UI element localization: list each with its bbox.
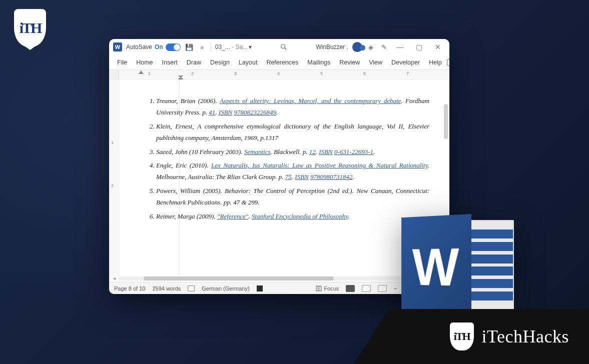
first-line-indent-icon[interactable] — [139, 70, 144, 74]
toggle-switch-icon[interactable] — [166, 44, 181, 51]
read-mode-icon[interactable] — [346, 285, 355, 292]
ruler-num: 4 — [277, 71, 280, 76]
tab-review[interactable]: Review — [335, 56, 364, 69]
tab-home[interactable]: Home — [132, 56, 157, 69]
close-button[interactable]: ✕ — [430, 40, 445, 54]
svg-point-0 — [281, 44, 285, 48]
word-product-logo: W — [394, 214, 514, 319]
save-icon[interactable]: 💾 — [185, 42, 194, 52]
overflow-icon[interactable]: » — [198, 42, 207, 52]
itechhacks-logo-top: iTH — [14, 9, 46, 47]
reference-item[interactable]: Powers, William (2005). Behavior: The Co… — [156, 185, 429, 208]
margin-guide — [179, 80, 180, 275]
ruler-num: 1 — [148, 71, 151, 76]
ruler-num: 6 — [363, 71, 366, 76]
reference-item[interactable]: Klein, Ernest, A comprehensive etymologi… — [156, 120, 429, 144]
minimize-button[interactable]: — — [392, 40, 407, 54]
itechhacks-shield-icon: iTH — [450, 322, 474, 350]
autosave-toggle[interactable]: AutoSave On — [126, 44, 181, 51]
account-avatar-icon[interactable] — [352, 42, 362, 52]
word-logo-letter: W — [412, 235, 459, 298]
vruler-num: 2 — [111, 183, 114, 188]
tab-view[interactable]: View — [365, 56, 386, 69]
autosave-label: AutoSave — [126, 44, 152, 50]
hanging-indent-icon[interactable] — [178, 76, 183, 80]
horizontal-ruler[interactable]: 1 2 3 4 5 6 7 — [109, 70, 449, 80]
separator — [211, 43, 211, 51]
scrollbar-thumb[interactable] — [444, 104, 448, 139]
tab-mailings[interactable]: Mailings — [303, 56, 334, 69]
print-layout-icon[interactable] — [362, 285, 371, 292]
spellcheck-icon[interactable] — [188, 286, 195, 292]
pen-icon[interactable]: ✎ — [379, 42, 388, 52]
reference-item[interactable]: Saeed, John (10 February 2003). Semantic… — [156, 146, 429, 158]
vruler-num: 1 — [111, 140, 114, 145]
ruler-num: 5 — [320, 71, 323, 76]
diamond-icon[interactable]: ◈ — [366, 42, 375, 52]
macro-record-icon[interactable] — [257, 286, 263, 292]
references-list: Treanor, Brian (2006). Aspects of alteri… — [145, 95, 429, 222]
itechhacks-wordmark: iTechHacks — [482, 326, 569, 347]
tab-file[interactable]: File — [113, 56, 131, 69]
itechhacks-brand-footer: iTH iTechHacks — [354, 309, 589, 364]
tab-draw[interactable]: Draw — [183, 56, 205, 69]
tab-layout[interactable]: Layout — [235, 56, 262, 69]
word-app-icon: W — [113, 42, 122, 52]
reference-item[interactable]: Reimer, Marga (2009). "Reference". Stanf… — [156, 210, 429, 222]
scrollbar-thumb[interactable] — [144, 276, 334, 280]
ruler-num: 2 — [191, 71, 194, 76]
maximize-button[interactable]: ▢ — [411, 40, 426, 54]
web-layout-icon[interactable] — [378, 285, 387, 292]
search-icon[interactable] — [279, 42, 288, 52]
account-name[interactable]: WinBuzzer . — [316, 44, 348, 50]
word-count[interactable]: 2594 words — [152, 286, 181, 292]
page-indicator[interactable]: Page 8 of 10 — [114, 286, 145, 292]
vertical-ruler[interactable]: 1 2 — [109, 80, 119, 275]
comments-icon[interactable] — [447, 59, 449, 66]
language-indicator[interactable]: German (Germany) — [202, 286, 249, 292]
svg-line-1 — [285, 48, 287, 50]
ribbon-tabs: File Home Insert Draw Design Layout Refe… — [109, 55, 449, 70]
autosave-state: On — [155, 44, 163, 50]
document-title[interactable]: 03_... - Sa...▾ — [215, 44, 252, 50]
titlebar: W AutoSave On 💾 » 03_... - Sa...▾ WinBuz… — [109, 39, 449, 55]
tab-help[interactable]: Help — [425, 56, 446, 69]
reference-item[interactable]: Treanor, Brian (2006). Aspects of alteri… — [156, 95, 429, 118]
tab-developer[interactable]: Developer — [387, 56, 424, 69]
focus-mode-button[interactable]: Focus — [316, 286, 339, 292]
ruler-num: 7 — [406, 71, 409, 76]
tab-references[interactable]: References — [262, 56, 302, 69]
ruler-num: 3 — [234, 71, 237, 76]
scroll-left-icon[interactable]: ◄ — [112, 276, 117, 281]
reference-item[interactable]: Engle, Eric (2010). Lex Naturalis, Ius N… — [156, 160, 429, 183]
tab-insert[interactable]: Insert — [158, 56, 182, 69]
tab-design[interactable]: Design — [206, 56, 234, 69]
